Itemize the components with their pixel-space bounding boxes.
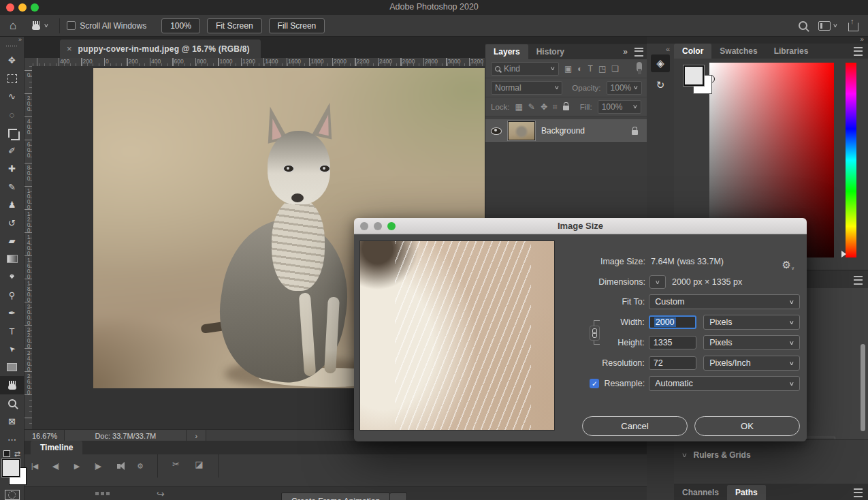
resolution-input[interactable]: 72 bbox=[649, 356, 696, 370]
resolution-unit-select[interactable]: Pixels/Inch ∨ bbox=[703, 356, 800, 371]
filter-kind-dropdown[interactable]: Kind ∨ bbox=[491, 62, 559, 76]
panel-menu-icon[interactable] bbox=[634, 48, 643, 57]
filter-shape-icon[interactable]: ◳ bbox=[598, 64, 606, 74]
brush-tool[interactable]: ✎ bbox=[0, 178, 24, 196]
hue-ramp[interactable] bbox=[846, 63, 856, 257]
document-tab[interactable]: × puppy-cover-in-mud.jpeg @ 16.7% (RGB/8… bbox=[60, 40, 261, 58]
hand-tool[interactable] bbox=[0, 376, 24, 394]
lasso-tool[interactable]: ∿ bbox=[0, 87, 24, 106]
foreground-color-swatch[interactable] bbox=[2, 459, 20, 477]
zoom-100-button[interactable]: 100% bbox=[161, 18, 200, 33]
dimensions-dropdown[interactable]: ∨ bbox=[649, 275, 666, 289]
filter-type-icon[interactable]: T bbox=[588, 64, 593, 74]
lock-pixels-icon[interactable]: ✎ bbox=[528, 102, 535, 112]
fit-to-select[interactable]: Custom ∨ bbox=[649, 294, 800, 309]
clone-stamp-tool[interactable]: ♟ bbox=[0, 196, 24, 214]
panel-menu-icon[interactable] bbox=[854, 47, 863, 56]
fill-dropdown[interactable]: 100% ∨ bbox=[598, 100, 641, 114]
flatten-frames-icon[interactable]: ↪ bbox=[157, 488, 165, 499]
crop-tool[interactable] bbox=[0, 123, 24, 142]
eyedropper-tool[interactable]: ✐ bbox=[0, 142, 24, 160]
filter-smart-object-icon[interactable]: ❏ bbox=[611, 64, 619, 74]
split-clip-button[interactable]: ✂ bbox=[165, 459, 187, 469]
history-brush-tool[interactable]: ↺ bbox=[0, 214, 24, 232]
timeline-settings-button[interactable]: ⚙ bbox=[129, 462, 150, 471]
default-colors-control[interactable]: ⇄ bbox=[0, 448, 24, 459]
tab-history[interactable]: History bbox=[528, 44, 573, 59]
search-icon[interactable] bbox=[799, 21, 807, 30]
lock-position-icon[interactable]: ✥ bbox=[541, 102, 547, 112]
scroll-all-windows-checkbox[interactable]: Scroll All Windows bbox=[67, 21, 146, 31]
create-frame-animation-button[interactable]: Create Frame Animation bbox=[281, 493, 390, 500]
transition-button[interactable]: ◪ bbox=[189, 459, 210, 469]
hand-tool-preset[interactable]: ∨ bbox=[31, 21, 48, 31]
tab-swatches[interactable]: Swatches bbox=[711, 44, 765, 59]
fill-screen-button[interactable]: Fill Screen bbox=[269, 18, 325, 33]
filter-adjustment-icon[interactable]: ◐ bbox=[577, 64, 582, 74]
healing-brush-tool[interactable]: ✚ bbox=[0, 159, 24, 178]
zoom-level-field[interactable]: 16.67% bbox=[24, 430, 65, 441]
expand-tools-icon[interactable]: » bbox=[0, 36, 24, 44]
status-options-icon[interactable]: › bbox=[187, 430, 206, 441]
rulers-grids-section[interactable]: ∨ Rulers & Grids bbox=[674, 439, 868, 470]
swap-colors-icon[interactable]: ⇄ bbox=[14, 450, 20, 458]
play-button[interactable]: ▶ bbox=[66, 462, 87, 471]
expand-dock-icon[interactable]: « bbox=[666, 45, 670, 53]
layer-row-background[interactable]: Background bbox=[485, 119, 647, 143]
history-dock-icon[interactable]: ↻ bbox=[651, 76, 670, 94]
resample-checkbox[interactable]: ✓ bbox=[590, 379, 599, 388]
previous-frame-button[interactable]: ◀| bbox=[45, 462, 66, 471]
panel-menu-icon[interactable] bbox=[854, 276, 863, 285]
lock-artboard-icon[interactable]: ⌗ bbox=[553, 102, 558, 112]
frame-tool[interactable]: ⊠ bbox=[0, 412, 24, 431]
foreground-color-well[interactable] bbox=[684, 65, 704, 86]
width-input[interactable]: 2000 bbox=[649, 315, 696, 329]
dodge-tool[interactable]: ⚲ bbox=[0, 286, 24, 304]
layers-dock-icon[interactable]: ◈ bbox=[651, 54, 670, 72]
pen-tool[interactable]: ✒ bbox=[0, 304, 24, 322]
animation-type-dropdown[interactable]: ∨ bbox=[390, 493, 407, 500]
tab-libraries[interactable]: Libraries bbox=[766, 44, 817, 59]
quick-selection-tool[interactable]: ◌ bbox=[0, 106, 24, 124]
panel-menu-icon[interactable] bbox=[854, 488, 863, 497]
filter-toggle[interactable] bbox=[637, 62, 642, 72]
type-tool[interactable]: T bbox=[0, 322, 24, 341]
audio-toggle-button[interactable] bbox=[108, 462, 129, 470]
tab-layers[interactable]: Layers bbox=[485, 44, 528, 59]
document-size-field[interactable]: Doc: 33.7M/33.7M bbox=[65, 430, 187, 441]
filter-pixel-icon[interactable]: ▣ bbox=[564, 64, 572, 74]
image-preview[interactable] bbox=[359, 240, 555, 431]
more-tools[interactable]: ⋯ bbox=[0, 431, 24, 449]
dialog-title-bar[interactable]: Image Size bbox=[354, 218, 807, 234]
gradient-tool[interactable] bbox=[0, 250, 24, 268]
lock-all-icon[interactable] bbox=[563, 106, 569, 110]
close-tab-icon[interactable]: × bbox=[67, 44, 72, 54]
lock-transparency-icon[interactable]: ▦ bbox=[515, 102, 523, 112]
resample-select[interactable]: Automatic ∨ bbox=[649, 376, 800, 391]
ok-button[interactable]: OK bbox=[694, 416, 800, 436]
quick-mask-button[interactable] bbox=[5, 490, 20, 500]
zoom-tool[interactable] bbox=[0, 394, 24, 413]
rectangle-tool[interactable] bbox=[0, 358, 24, 377]
hue-slider[interactable] bbox=[841, 251, 846, 257]
tab-channels[interactable]: Channels bbox=[674, 485, 727, 500]
convert-frames-icon[interactable] bbox=[95, 492, 99, 495]
blend-mode-dropdown[interactable]: Normal ∨ bbox=[491, 81, 562, 95]
tab-paths[interactable]: Paths bbox=[727, 485, 766, 500]
width-unit-select[interactable]: Pixels ∨ bbox=[703, 315, 800, 330]
opacity-dropdown[interactable]: 100% ∨ bbox=[607, 81, 642, 95]
layer-thumbnail[interactable] bbox=[508, 121, 535, 140]
cancel-button[interactable]: Cancel bbox=[582, 416, 688, 436]
next-frame-button[interactable]: |▶ bbox=[87, 462, 108, 471]
vertical-ruler[interactable]: 0200400600800100012001400160018002000220… bbox=[24, 66, 32, 429]
marquee-tool[interactable] bbox=[0, 69, 24, 88]
scrollbar-thumb[interactable] bbox=[861, 344, 865, 431]
workspace-switcher[interactable]: ∨ bbox=[818, 21, 837, 31]
blur-tool[interactable]: ♠ bbox=[0, 268, 24, 286]
tab-timeline[interactable]: Timeline bbox=[31, 441, 82, 454]
toolbar-grip[interactable] bbox=[6, 45, 18, 47]
layer-visibility-icon[interactable] bbox=[491, 127, 502, 135]
eraser-tool[interactable]: ▰ bbox=[0, 232, 24, 250]
share-icon[interactable] bbox=[848, 22, 858, 31]
first-frame-button[interactable]: |◀ bbox=[24, 462, 45, 471]
